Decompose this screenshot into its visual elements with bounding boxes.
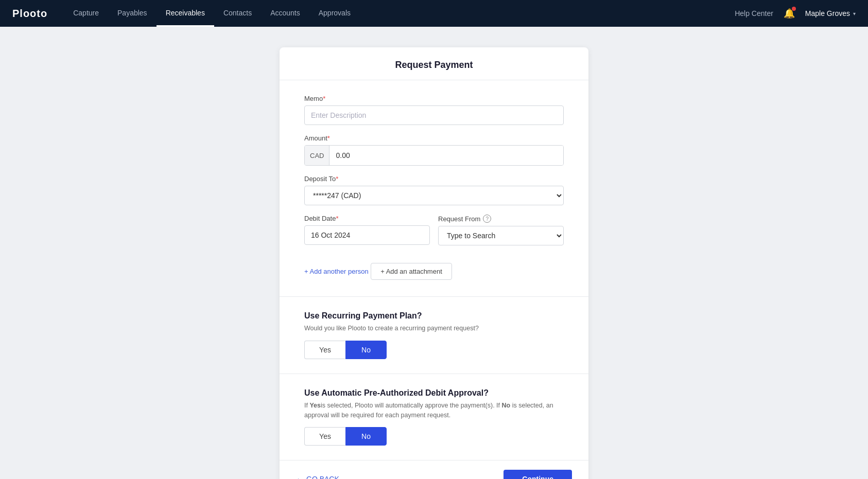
add-attachment-button[interactable]: + Add an attachment: [371, 263, 452, 280]
recurring-toggle-group: Yes No: [304, 341, 564, 359]
attachment-label: + Add an attachment: [380, 268, 442, 275]
deposit-group: Deposit To* *****247 (CAD): [304, 175, 564, 205]
pad-yes-emphasis: Yes: [309, 402, 321, 409]
debit-date-group: Debit Date*: [304, 215, 430, 245]
nav-contacts[interactable]: Contacts: [214, 0, 261, 27]
card-header: Request Payment: [280, 47, 588, 80]
nav-links: Capture Payables Receivables Contacts Ac…: [64, 0, 735, 27]
recurring-desc: Would you like Plooto to create a recurr…: [304, 324, 564, 333]
recurring-no-button[interactable]: No: [345, 341, 387, 359]
request-from-group: Request From ? Type to Search: [438, 215, 564, 245]
notification-dot: [792, 7, 796, 11]
nav-capture[interactable]: Capture: [64, 0, 108, 27]
logo: Plooto: [12, 8, 47, 20]
nav-approvals[interactable]: Approvals: [309, 0, 360, 27]
pad-no-emphasis: No: [502, 402, 511, 409]
nav-accounts[interactable]: Accounts: [261, 0, 309, 27]
card-footer: ← GO BACK Continue: [280, 460, 588, 479]
add-person-link[interactable]: + Add another person: [304, 268, 369, 275]
memo-input[interactable]: [304, 105, 564, 125]
request-from-select[interactable]: Type to Search: [438, 226, 564, 245]
amount-input[interactable]: [329, 146, 563, 165]
pad-no-button[interactable]: No: [345, 427, 387, 446]
currency-prefix: CAD: [305, 146, 329, 165]
amount-row: CAD: [304, 145, 564, 166]
org-selector[interactable]: Maple Groves ▾: [805, 9, 856, 17]
card-body: Memo* Amount* CAD Deposit To*: [280, 80, 588, 297]
go-back-button[interactable]: ← GO BACK: [296, 475, 339, 479]
date-from-row: Debit Date* Request From ? Type to Searc…: [304, 215, 564, 255]
request-payment-card: Request Payment Memo* Amount* CAD: [280, 47, 588, 479]
pad-toggle-group: Yes No: [304, 427, 564, 446]
page-wrapper: Request Payment Memo* Amount* CAD: [0, 27, 868, 479]
deposit-label: Deposit To*: [304, 175, 564, 183]
page-title: Request Payment: [280, 60, 588, 70]
pad-title: Use Automatic Pre-Authorized Debit Appro…: [304, 388, 564, 398]
nav-right: Help Center 🔔 Maple Groves ▾: [735, 8, 856, 19]
pad-section: Use Automatic Pre-Authorized Debit Appro…: [280, 374, 588, 461]
go-back-arrow-icon: ←: [296, 475, 303, 479]
pad-desc: If Yesis selected, Plooto will automatic…: [304, 401, 564, 420]
recurring-section: Use Recurring Payment Plan? Would you li…: [280, 297, 588, 374]
nav-payables[interactable]: Payables: [108, 0, 157, 27]
recurring-title: Use Recurring Payment Plan?: [304, 311, 564, 321]
go-back-label: GO BACK: [306, 475, 339, 479]
memo-group: Memo*: [304, 95, 564, 125]
notifications-bell[interactable]: 🔔: [784, 8, 795, 19]
navbar: Plooto Capture Payables Receivables Cont…: [0, 0, 868, 27]
recurring-yes-button[interactable]: Yes: [304, 341, 345, 359]
nav-receivables[interactable]: Receivables: [157, 0, 214, 27]
request-from-label: Request From ?: [438, 215, 564, 223]
amount-label: Amount*: [304, 134, 564, 142]
memo-label: Memo*: [304, 95, 564, 102]
help-center-link[interactable]: Help Center: [735, 9, 773, 17]
amount-group: Amount* CAD: [304, 134, 564, 166]
chevron-down-icon: ▾: [853, 11, 856, 16]
help-icon[interactable]: ?: [483, 215, 491, 223]
debit-date-label: Debit Date*: [304, 215, 430, 222]
debit-date-input[interactable]: [304, 225, 430, 245]
continue-button[interactable]: Continue: [504, 470, 572, 479]
pad-yes-button[interactable]: Yes: [304, 427, 345, 446]
deposit-select[interactable]: *****247 (CAD): [304, 186, 564, 205]
org-name: Maple Groves: [805, 9, 850, 17]
